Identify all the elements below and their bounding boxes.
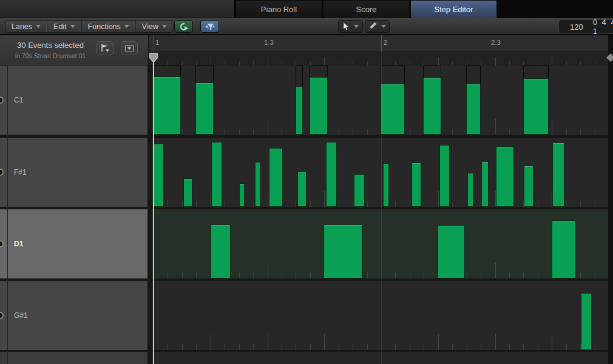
chevron-down-icon bbox=[70, 25, 75, 28]
grid-tick bbox=[225, 344, 225, 350]
step-event-bar[interactable] bbox=[496, 146, 514, 207]
step-event-bar[interactable] bbox=[439, 145, 450, 207]
lane-name-label: D1 bbox=[14, 240, 23, 248]
lane-panel-row[interactable]: D1 bbox=[0, 209, 147, 278]
step-event-bar[interactable] bbox=[481, 161, 489, 207]
grid-tick bbox=[196, 61, 197, 66]
step-event-bar[interactable] bbox=[153, 76, 181, 135]
step-event-bar[interactable] bbox=[354, 174, 365, 207]
scrollbar-track[interactable] bbox=[608, 35, 613, 364]
tab-piano-roll[interactable]: Piano Roll bbox=[236, 1, 322, 18]
step-event-bar[interactable] bbox=[326, 142, 337, 207]
grid-tick bbox=[339, 61, 339, 66]
grid-tick bbox=[367, 201, 368, 207]
step-event-bar[interactable] bbox=[523, 78, 549, 135]
grid-tick bbox=[424, 344, 424, 350]
grid-tick bbox=[538, 201, 538, 207]
menu-edit[interactable]: Edit bbox=[47, 21, 82, 32]
grid-tick bbox=[395, 272, 396, 278]
step-event-bar[interactable] bbox=[581, 293, 592, 350]
midi-filter-button[interactable] bbox=[200, 20, 219, 33]
measure-gridline bbox=[381, 35, 382, 364]
pencil-tool-icon bbox=[368, 22, 377, 31]
pointer-tool-button[interactable] bbox=[338, 20, 363, 33]
menu-lanes[interactable]: Lanes bbox=[5, 21, 47, 32]
grid-tick bbox=[595, 344, 595, 350]
lane-dot-icon[interactable] bbox=[0, 240, 4, 248]
bar-ruler[interactable]: 11.322.3 bbox=[149, 35, 608, 52]
lane-panel-row[interactable]: F#1 bbox=[0, 138, 147, 207]
step-event-bar[interactable] bbox=[153, 144, 164, 207]
grid-tick bbox=[282, 344, 282, 350]
lane-grid-row[interactable] bbox=[152, 281, 608, 350]
step-event-bar[interactable] bbox=[411, 163, 421, 207]
grid-tick bbox=[168, 344, 168, 350]
step-event-bar[interactable] bbox=[211, 142, 222, 207]
step-event-bar[interactable] bbox=[183, 178, 192, 207]
step-event-bar[interactable] bbox=[310, 77, 328, 135]
tab-step-editor[interactable]: Step Editor bbox=[411, 1, 496, 18]
lane-panel-row[interactable]: G#1 bbox=[0, 281, 147, 350]
step-event-bar[interactable] bbox=[423, 78, 441, 135]
grid-tick bbox=[495, 57, 496, 66]
grid-tick bbox=[410, 272, 410, 278]
grid-tick bbox=[211, 334, 211, 350]
step-event-bar[interactable] bbox=[467, 173, 473, 207]
lane-panel-row[interactable]: C1 bbox=[0, 66, 147, 135]
grid-tick bbox=[367, 272, 368, 278]
flag-icon bbox=[100, 44, 110, 53]
lane-dot-icon[interactable] bbox=[0, 96, 4, 104]
step-event-bar[interactable] bbox=[552, 220, 576, 278]
grid-tick bbox=[595, 61, 595, 66]
step-event-bar[interactable] bbox=[296, 87, 303, 135]
midi-in-button[interactable] bbox=[174, 20, 193, 33]
step-event-bar[interactable] bbox=[195, 83, 214, 135]
lane-grid-row[interactable] bbox=[152, 66, 608, 135]
flag-button[interactable] bbox=[97, 41, 113, 55]
grid-tick bbox=[168, 272, 168, 278]
pencil-tool-button[interactable] bbox=[365, 20, 390, 33]
lane-dot-icon[interactable] bbox=[0, 169, 4, 176]
lane-grid-row[interactable] bbox=[152, 352, 608, 364]
ruler-tick-strip[interactable] bbox=[149, 52, 608, 66]
grid-tick bbox=[339, 201, 339, 207]
step-event-bar[interactable] bbox=[438, 225, 465, 278]
grid-tick bbox=[467, 61, 467, 66]
lane-panel-row[interactable] bbox=[0, 352, 147, 364]
grid-tick bbox=[395, 201, 396, 207]
step-event-bar[interactable] bbox=[269, 148, 283, 207]
grid-tick bbox=[495, 334, 496, 350]
step-event-bar[interactable] bbox=[466, 84, 481, 135]
grid-tick bbox=[196, 344, 197, 350]
step-event-bar[interactable] bbox=[524, 166, 533, 207]
menu-view[interactable]: View bbox=[136, 21, 173, 32]
step-event-bar[interactable] bbox=[239, 183, 245, 207]
tab-score[interactable]: Score bbox=[323, 1, 409, 18]
lane-grid-row[interactable] bbox=[152, 209, 608, 278]
step-event-bar[interactable] bbox=[323, 224, 362, 278]
step-event-bar[interactable] bbox=[211, 224, 231, 278]
lane-name-label: F#1 bbox=[14, 168, 27, 177]
menu-functions[interactable]: Functions bbox=[82, 21, 136, 32]
grid-tick bbox=[467, 344, 467, 350]
filter-icon bbox=[205, 22, 215, 31]
grid-tick bbox=[353, 201, 353, 207]
lane-grid-row[interactable] bbox=[152, 138, 608, 207]
playhead-line[interactable] bbox=[153, 61, 154, 364]
grid-tick bbox=[182, 201, 183, 207]
grid-tick bbox=[595, 272, 595, 278]
lane-dot-icon[interactable] bbox=[0, 312, 4, 319]
step-event-bar[interactable] bbox=[552, 143, 564, 207]
grid-tick bbox=[168, 61, 168, 66]
grid-tick bbox=[595, 129, 595, 135]
grid-tick bbox=[367, 129, 368, 135]
step-event-bar[interactable] bbox=[381, 84, 405, 135]
step-event-bar[interactable] bbox=[383, 163, 389, 207]
lcd-display[interactable]: 120 0 4 4 1 bbox=[558, 19, 613, 34]
step-event-bar[interactable] bbox=[297, 172, 306, 207]
ruler-start-line bbox=[153, 35, 154, 52]
step-event-bar[interactable] bbox=[255, 162, 260, 207]
grid-tick bbox=[310, 201, 311, 207]
disclosure-icon bbox=[125, 45, 134, 52]
disclosure-button[interactable] bbox=[121, 41, 138, 55]
